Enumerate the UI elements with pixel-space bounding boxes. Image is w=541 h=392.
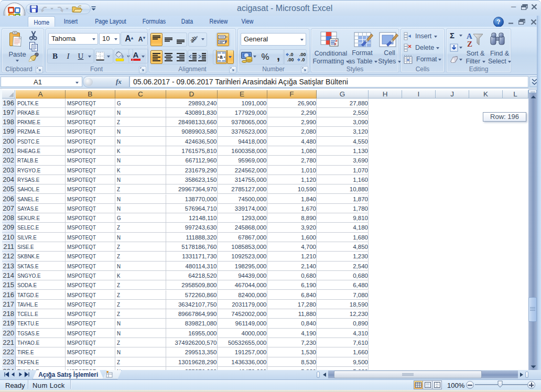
svg-text:Z: Z: [467, 40, 472, 48]
svg-text:A: A: [467, 32, 472, 40]
